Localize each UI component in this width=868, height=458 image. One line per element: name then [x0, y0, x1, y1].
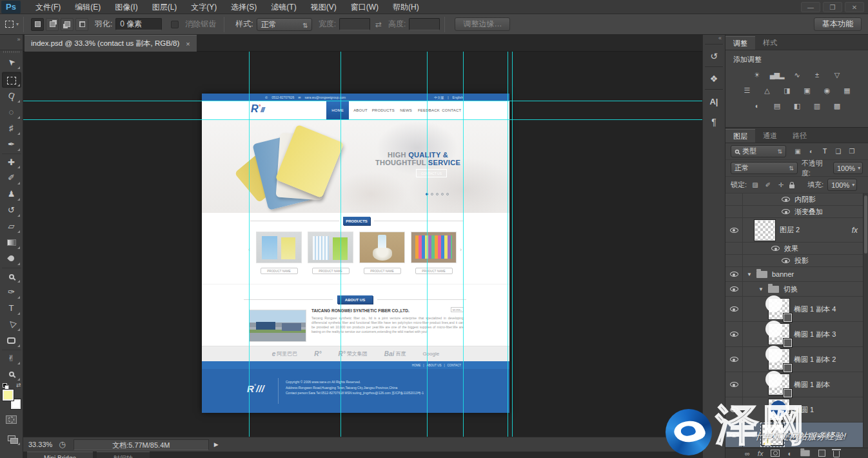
menu-item[interactable]: 窗口(W) — [344, 0, 386, 14]
swap-dimensions-icon[interactable]: ⇄ — [375, 20, 382, 29]
status-menu-arrow-icon[interactable]: ▶ — [214, 441, 219, 448]
shape-filter-icon[interactable]: ❑ — [833, 148, 843, 155]
delete-layer-icon[interactable] — [833, 449, 840, 457]
layer-visibility-icon[interactable] — [730, 272, 738, 277]
layer-row[interactable]: 椭圆 1 副本 — [725, 372, 868, 397]
document-size-info[interactable]: 文档:5.77M/85.4M — [74, 439, 209, 450]
layer-row[interactable]: 图层 2fx — [725, 218, 868, 243]
move-tool[interactable]: ➤ — [2, 54, 21, 70]
lock-paint-icon[interactable]: ✐ — [764, 181, 773, 188]
gradient-tool[interactable] — [2, 234, 21, 250]
healing-brush-tool[interactable]: ✚ — [2, 154, 21, 170]
layer-visibility-icon[interactable] — [730, 286, 738, 292]
posterize-icon[interactable]: ▤ — [770, 101, 784, 111]
effect-visibility-icon[interactable] — [782, 209, 790, 214]
history-panel-icon[interactable]: ↺ — [705, 48, 723, 65]
layer-row[interactable]: 椭圆 1 副本 3 — [725, 322, 868, 347]
screen-mode-button[interactable] — [2, 430, 21, 446]
minimize-button[interactable]: — — [801, 2, 820, 12]
path-selection-tool[interactable]: ▷ — [2, 316, 21, 332]
zoom-tool[interactable] — [2, 366, 21, 382]
lasso-tool[interactable]: Ɋ — [2, 88, 21, 104]
black-white-icon[interactable]: ◨ — [780, 85, 794, 95]
menu-item[interactable]: 视图(V) — [304, 0, 344, 14]
layer-row[interactable]: ▼banner — [725, 267, 868, 282]
foreground-color-swatch[interactable] — [3, 390, 14, 401]
layer-row[interactable]: 内阴影 — [725, 194, 868, 206]
menu-item[interactable]: 编辑(E) — [68, 0, 108, 14]
brightness-contrast-icon[interactable]: ☀ — [750, 70, 764, 80]
guide-horizontal[interactable] — [23, 101, 702, 101]
feather-input[interactable]: 0 像素 — [115, 18, 162, 30]
panel-grip[interactable] — [3, 51, 20, 53]
expand-triangle-icon[interactable]: ▼ — [747, 272, 752, 277]
guide-horizontal[interactable] — [23, 119, 702, 120]
layer-thumbnail[interactable] — [755, 220, 775, 241]
antialias-checkbox[interactable] — [171, 21, 179, 28]
adjustment-filter-icon[interactable]: ◐ — [806, 148, 816, 155]
layer-thumbnail[interactable] — [769, 299, 789, 319]
blur-tool[interactable] — [2, 250, 21, 266]
strip-collapse-button[interactable]: « — [703, 35, 725, 44]
layer-row[interactable]: Tcontact us 副本 — [725, 423, 868, 448]
pen-tool[interactable]: ✑ — [2, 284, 21, 300]
fx-badge[interactable]: fx — [852, 226, 858, 235]
height-input[interactable] — [409, 18, 440, 30]
swap-colors-icon[interactable]: ⇄ — [16, 382, 21, 388]
history-brush-tool[interactable]: ↺ — [2, 202, 21, 218]
zoom-level[interactable]: 33.33% — [28, 441, 52, 448]
style-select[interactable]: 正常 — [257, 18, 312, 31]
guide-vertical[interactable] — [512, 52, 513, 437]
layers-tab[interactable]: 路径 — [785, 129, 814, 143]
menu-item[interactable]: 文字(Y) — [184, 0, 224, 14]
color-lookup-icon[interactable]: ▦ — [840, 85, 854, 95]
effect-visibility-icon[interactable] — [782, 258, 790, 263]
scrollbar-thumb[interactable] — [864, 195, 867, 254]
close-tab-icon[interactable]: × — [186, 40, 190, 48]
layers-tab[interactable]: 通道 — [755, 129, 785, 143]
threshold-icon[interactable]: ◧ — [790, 101, 804, 111]
new-group-icon[interactable] — [800, 450, 811, 457]
new-selection-button[interactable] — [31, 18, 44, 31]
tools-collapse-button[interactable]: » — [0, 35, 23, 50]
layers-tab[interactable]: 图层 — [725, 129, 755, 143]
layer-style-icon[interactable]: fx — [758, 450, 764, 457]
layer-visibility-icon[interactable] — [730, 332, 738, 337]
effect-visibility-icon[interactable] — [782, 197, 790, 202]
lock-move-icon[interactable]: ✛ — [776, 181, 785, 188]
layer-visibility-icon[interactable] — [730, 228, 738, 233]
blend-mode-select[interactable]: 正常 — [731, 162, 798, 174]
brush-tool[interactable]: ✐ — [2, 170, 21, 186]
layer-row[interactable]: 椭圆 1 — [725, 397, 868, 423]
layer-row[interactable]: 椭圆 1 副本 4 — [725, 297, 868, 322]
guide-vertical[interactable] — [508, 52, 508, 437]
rect-marquee-tool[interactable] — [2, 72, 21, 88]
channel-mixer-icon[interactable]: ◉ — [820, 85, 834, 95]
tool-preset-picker[interactable]: ▾ — [5, 21, 19, 28]
layer-visibility-icon[interactable] — [730, 432, 738, 437]
layer-row[interactable]: 椭圆 1 副本 2 — [725, 347, 868, 372]
exposure-icon[interactable]: ± — [810, 70, 824, 80]
layer-visibility-icon[interactable] — [730, 357, 738, 362]
menu-item[interactable]: 帮助(H) — [386, 0, 426, 14]
layer-thumbnail[interactable] — [769, 324, 789, 344]
workspace-switcher-button[interactable]: 基本功能 — [814, 17, 862, 31]
gradient-map-icon[interactable]: ▥ — [810, 101, 824, 111]
menu-item[interactable]: 选择(S) — [224, 0, 264, 14]
character-panel-icon[interactable]: A| — [705, 93, 723, 110]
effect-visibility-icon[interactable] — [771, 246, 780, 251]
properties-panel-icon[interactable]: ❖ — [705, 70, 723, 87]
add-selection-button[interactable] — [46, 18, 59, 31]
layer-visibility-icon[interactable] — [730, 407, 738, 412]
photo-filter-icon[interactable]: ▣ — [800, 85, 814, 95]
guide-vertical[interactable] — [463, 52, 464, 437]
document-tab[interactable]: index.psd @ 33.3% (contact us 副本, RGB/8)… — [25, 35, 197, 52]
eraser-tool[interactable]: ▱ — [2, 218, 21, 234]
menu-item[interactable]: 图层(L) — [145, 0, 184, 14]
layer-row[interactable]: ▼切换 — [725, 282, 868, 297]
vibrance-icon[interactable]: ▽ — [830, 70, 844, 80]
layer-thumbnail[interactable]: T — [762, 424, 783, 445]
layer-filter-select[interactable]: 类型 — [731, 145, 786, 157]
background-color-swatch[interactable] — [11, 399, 21, 409]
hand-tool[interactable]: ✌ — [2, 350, 21, 366]
